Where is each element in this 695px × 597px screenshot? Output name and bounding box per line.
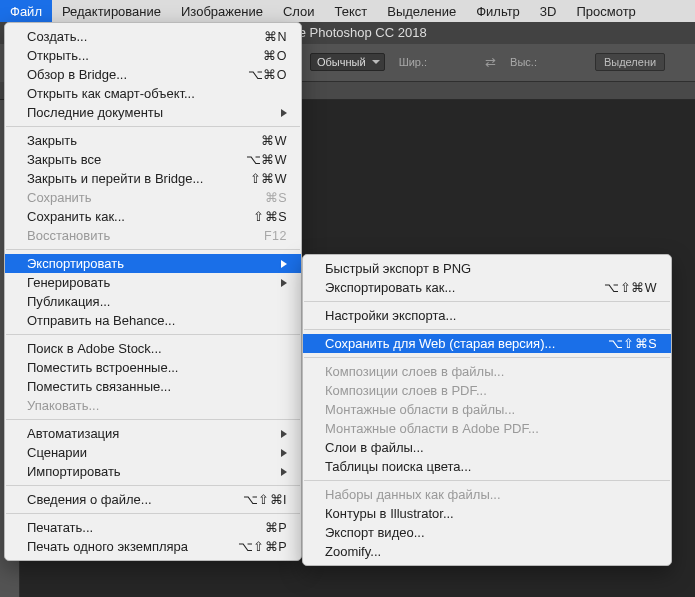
menu-item-label: Монтажные области в Adobe PDF... [325,421,657,436]
menu-item-label: Наборы данных как файлы... [325,487,657,502]
menubar-item-4[interactable]: Текст [325,0,378,22]
chevron-down-icon [372,60,380,64]
file-menu-item[interactable]: Сценарии [5,443,301,462]
file-menu-separator [6,419,300,420]
file-menu-item[interactable]: Последние документы [5,103,301,122]
menu-item-label: Таблицы поиска цвета... [325,459,657,474]
file-menu-separator [6,334,300,335]
menubar-item-0[interactable]: Файл [0,0,52,22]
menu-item-label: Упаковать... [27,398,287,413]
menubar-item-5[interactable]: Выделение [377,0,466,22]
menu-item-shortcut: ⌥⌘O [235,67,287,82]
file-menu-item[interactable]: Закрыть и перейти в Bridge...⇧⌘W [5,169,301,188]
menu-item-shortcut: F12 [235,229,287,243]
menu-item-shortcut: ⌘O [235,48,287,63]
menu-item-label: Публикация... [27,294,287,309]
chevron-right-icon [281,430,287,438]
export-menu-item[interactable]: Сохранить для Web (старая версия)...⌥⇧⌘S [303,334,671,353]
file-menu-item[interactable]: Обзор в Bridge...⌥⌘O [5,65,301,84]
menu-item-label: Автоматизация [27,426,253,441]
menu-item-label: Закрыть [27,133,207,148]
file-menu: Создать...⌘NОткрыть...⌘OОбзор в Bridge..… [4,22,302,561]
blend-mode-value: Обычный [317,56,366,68]
file-menu-item[interactable]: Открыть...⌘O [5,46,301,65]
menubar-item-3[interactable]: Слои [273,0,325,22]
file-menu-item[interactable]: Публикация... [5,292,301,311]
menu-item-label: Печать одного экземпляра [27,539,207,554]
file-menu-item: Сохранить⌘S [5,188,301,207]
menubar-item-7[interactable]: 3D [530,0,567,22]
menu-item-label: Настройки экспорта... [325,308,657,323]
export-menu-item[interactable]: Слои в файлы... [303,438,671,457]
export-menu-item: Композиции слоев в файлы... [303,362,671,381]
file-menu-separator [6,513,300,514]
menu-item-shortcut: ⌘S [235,190,287,205]
menu-item-label: Закрыть все [27,152,207,167]
menu-item-shortcut: ⇧⌘S [235,209,287,224]
file-menu-separator [6,249,300,250]
export-menu-item: Наборы данных как файлы... [303,485,671,504]
file-menu-item[interactable]: Закрыть все⌥⌘W [5,150,301,169]
file-menu-item[interactable]: Генерировать [5,273,301,292]
file-menu-item[interactable]: Импортировать [5,462,301,481]
menu-item-label: Слои в файлы... [325,440,657,455]
menu-item-label: Восстановить [27,228,207,243]
menubar-item-2[interactable]: Изображение [171,0,273,22]
menu-item-label: Сценарии [27,445,253,460]
menu-item-label: Экспорт видео... [325,525,657,540]
menu-item-label: Экспортировать [27,256,253,271]
selection-button[interactable]: Выделени [595,53,665,71]
chevron-right-icon [281,109,287,117]
export-menu-item[interactable]: Контуры в Illustrator... [303,504,671,523]
export-menu-separator [304,301,670,302]
menu-item-shortcut: ⌘W [235,133,287,148]
menu-item-label: Печатать... [27,520,207,535]
swap-icon[interactable]: ⇄ [485,55,496,70]
export-menu-item[interactable]: Zoomify... [303,542,671,561]
file-menu-item[interactable]: Печать одного экземпляра⌥⇧⌘P [5,537,301,556]
menu-item-label: Контуры в Illustrator... [325,506,657,521]
export-menu-item[interactable]: Быстрый экспорт в PNG [303,259,671,278]
menu-item-label: Поиск в Adobe Stock... [27,341,287,356]
menubar-item-8[interactable]: Просмотр [566,0,645,22]
menu-item-label: Закрыть и перейти в Bridge... [27,171,207,186]
chevron-right-icon [281,449,287,457]
export-menu-item[interactable]: Таблицы поиска цвета... [303,457,671,476]
export-menu-item: Монтажные области в Adobe PDF... [303,419,671,438]
file-menu-item[interactable]: Создать...⌘N [5,27,301,46]
file-menu-item[interactable]: Поиск в Adobe Stock... [5,339,301,358]
export-menu-item[interactable]: Экспорт видео... [303,523,671,542]
menu-item-label: Композиции слоев в PDF... [325,383,657,398]
menu-item-label: Импортировать [27,464,253,479]
menu-item-label: Сохранить [27,190,207,205]
menu-item-label: Последние документы [27,105,253,120]
menu-item-shortcut: ⌥⇧⌘I [235,492,287,507]
export-menu-item[interactable]: Экспортировать как...⌥⇧⌘W [303,278,671,297]
file-menu-item[interactable]: Печатать...⌘P [5,518,301,537]
file-menu-item[interactable]: Сохранить как...⇧⌘S [5,207,301,226]
file-menu-item[interactable]: Отправить на Behance... [5,311,301,330]
menu-item-label: Создать... [27,29,207,44]
export-menu-item: Композиции слоев в PDF... [303,381,671,400]
menu-item-shortcut: ⌥⇧⌘P [235,539,287,554]
file-menu-item[interactable]: Экспортировать [5,254,301,273]
menu-item-label: Сохранить как... [27,209,207,224]
file-menu-item[interactable]: Поместить встроенные... [5,358,301,377]
menubar-item-6[interactable]: Фильтр [466,0,530,22]
file-menu-item[interactable]: Закрыть⌘W [5,131,301,150]
blend-mode-select[interactable]: Обычный [310,53,385,71]
menu-item-label: Отправить на Behance... [27,313,287,328]
menu-item-label: Быстрый экспорт в PNG [325,261,657,276]
export-menu-item: Монтажные области в файлы... [303,400,671,419]
export-menu-item[interactable]: Настройки экспорта... [303,306,671,325]
menu-item-shortcut: ⌥⇧⌘S [605,336,657,351]
file-menu-item[interactable]: Сведения о файле...⌥⇧⌘I [5,490,301,509]
file-menu-item[interactable]: Поместить связанные... [5,377,301,396]
menu-item-label: Zoomify... [325,544,657,559]
menu-item-label: Генерировать [27,275,253,290]
file-menu-item[interactable]: Автоматизация [5,424,301,443]
file-menu-item[interactable]: Открыть как смарт-объект... [5,84,301,103]
menu-item-shortcut: ⌥⌘W [235,152,287,167]
menubar-item-1[interactable]: Редактирование [52,0,171,22]
chevron-right-icon [281,279,287,287]
